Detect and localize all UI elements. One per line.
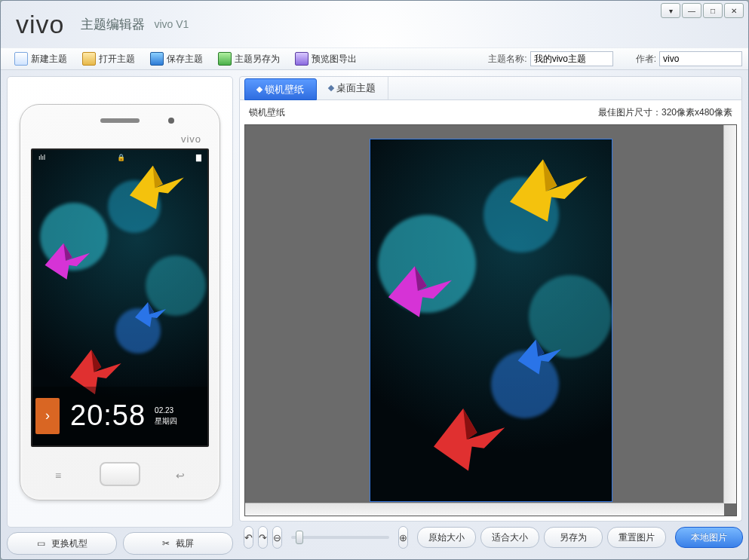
home-button (100, 462, 140, 486)
vivo-logo: vivo (16, 10, 64, 39)
phone-preview-panel: vivo (7, 76, 233, 553)
save-theme-label: 保存主题 (167, 53, 203, 66)
app-title: 主题编辑器 (81, 16, 145, 33)
clock-date-block: 02.23 星期四 (155, 405, 177, 427)
back-softkey-icon: ↩ (176, 470, 185, 482)
local-image-button[interactable]: 本地图片 (675, 527, 743, 548)
titlebar: vivo 主题编辑器 vivo V1 ▾ — □ ✕ (1, 1, 748, 47)
app-window: vivo 主题编辑器 vivo V1 ▾ — □ ✕ 新建主题 打开主题 保存主… (0, 0, 749, 560)
section-label: 锁机壁纸 (249, 106, 285, 119)
window-controls: ▾ — □ ✕ (661, 3, 744, 18)
author-input[interactable] (659, 51, 742, 66)
horizontal-scrollbar[interactable] (245, 503, 724, 516)
redo-button[interactable]: ↷ (258, 526, 268, 549)
clock-time: 20:58 (70, 399, 146, 432)
diamond-icon (328, 85, 334, 91)
screenshot-button[interactable]: ✂ 截屏 (123, 532, 233, 555)
phone-brand-label: vivo (181, 133, 201, 145)
lockscreen-clock-bar: › 20:58 02.23 星期四 (32, 387, 207, 445)
earpiece (100, 118, 140, 123)
change-model-button[interactable]: ▭ 更换机型 (7, 532, 117, 555)
phone-icon: ▭ (37, 538, 45, 549)
unlock-slider: › (35, 398, 60, 434)
zoom-thumb[interactable] (296, 531, 303, 544)
svg-marker-10 (388, 266, 451, 317)
dropdown-button[interactable]: ▾ (661, 3, 680, 18)
folder-icon (82, 52, 96, 66)
fit-size-button[interactable]: 适合大小 (480, 527, 539, 548)
export-preview-button[interactable]: 预览图导出 (287, 48, 364, 69)
editor-panel: 锁机壁纸 桌面主题 锁机壁纸 最佳图片尺寸：320像素x480像素 (239, 76, 742, 553)
tab-bar: 锁机壁纸 桌面主题 (239, 76, 742, 100)
clock-weekday: 星期四 (155, 416, 177, 427)
phone-mockup: vivo (20, 104, 220, 500)
best-size-label: 最佳图片尺寸：320像素x480像素 (598, 106, 732, 119)
phone-action-row: ▭ 更换机型 ✂ 截屏 (7, 532, 233, 553)
lock-icon: 🔒 (117, 154, 125, 161)
phone-screen: ılıl 🔒 ▇ › 20:58 02.23 星期四 (31, 148, 209, 447)
author-label: 作者: (636, 53, 656, 66)
new-icon (14, 52, 28, 66)
theme-name-input[interactable] (530, 51, 613, 66)
diamond-icon (256, 86, 262, 92)
close-button[interactable]: ✕ (724, 3, 744, 18)
tab-lock-label: 锁机壁纸 (265, 83, 304, 96)
clock-date: 02.23 (155, 405, 177, 416)
image-toolbar: ↶ ↷ ⊖ ⊕ 原始大小 适合大小 另存为 重置图片 本地图片 (239, 522, 742, 553)
reset-image-button[interactable]: 重置图片 (607, 527, 666, 548)
sensor-dot (168, 118, 174, 124)
menu-softkey-icon: ≡ (55, 470, 61, 482)
app-subtitle: vivo V1 (154, 18, 189, 30)
svg-marker-4 (135, 302, 166, 327)
main-area: vivo (1, 70, 748, 559)
theme-name-label: 主题名称: (488, 53, 526, 66)
tab-lock-wallpaper[interactable]: 锁机壁纸 (244, 78, 317, 100)
vertical-scrollbar[interactable] (723, 125, 736, 503)
content-box: 锁机壁纸 最佳图片尺寸：320像素x480像素 (239, 100, 742, 522)
open-theme-button[interactable]: 打开主题 (75, 48, 143, 69)
maximize-button[interactable]: □ (703, 3, 723, 18)
save-as-button[interactable]: 主题另存为 (210, 48, 287, 69)
open-theme-label: 打开主题 (99, 53, 135, 66)
minimize-button[interactable]: — (682, 3, 701, 18)
tab-desktop-label: 桌面主题 (336, 81, 376, 95)
toolbar: 新建主题 打开主题 保存主题 主题另存为 预览图导出 主题名称: 作者: (1, 47, 748, 70)
wallpaper-art-large (370, 139, 612, 501)
svg-marker-8 (510, 160, 588, 222)
crop-icon: ✂ (162, 538, 170, 549)
save-theme-button[interactable]: 保存主题 (143, 48, 210, 69)
new-theme-label: 新建主题 (31, 53, 67, 66)
screenshot-label: 截屏 (176, 537, 194, 550)
tab-desktop-theme[interactable]: 桌面主题 (317, 77, 388, 99)
save-as-label: 主题另存为 (235, 53, 280, 66)
undo-button[interactable]: ↶ (244, 526, 253, 549)
change-model-label: 更换机型 (51, 537, 87, 550)
svg-marker-2 (45, 243, 90, 279)
zoom-slider[interactable] (291, 536, 389, 539)
save-as-image-button[interactable]: 另存为 (544, 527, 603, 548)
export-preview-label: 预览图导出 (312, 53, 357, 66)
new-theme-button[interactable]: 新建主题 (7, 48, 75, 69)
battery-icon: ▇ (196, 154, 201, 161)
zoom-out-button[interactable]: ⊖ (272, 526, 282, 549)
canvas-area[interactable] (244, 124, 737, 516)
wallpaper-canvas[interactable] (370, 139, 612, 502)
svg-marker-14 (434, 409, 505, 471)
zoom-in-button[interactable]: ⊕ (398, 526, 408, 549)
content-header: 锁机壁纸 最佳图片尺寸：320像素x480像素 (240, 100, 741, 121)
svg-marker-12 (517, 340, 560, 375)
save-icon (150, 52, 164, 66)
original-size-button[interactable]: 原始大小 (417, 527, 476, 548)
export-icon (295, 52, 309, 66)
save-as-icon (218, 52, 232, 66)
phone-preview-frame: vivo (7, 76, 233, 528)
phone-status-bar: ılıl 🔒 ▇ (32, 150, 207, 165)
svg-marker-0 (130, 165, 184, 209)
signal-icon: ılıl (38, 154, 45, 161)
